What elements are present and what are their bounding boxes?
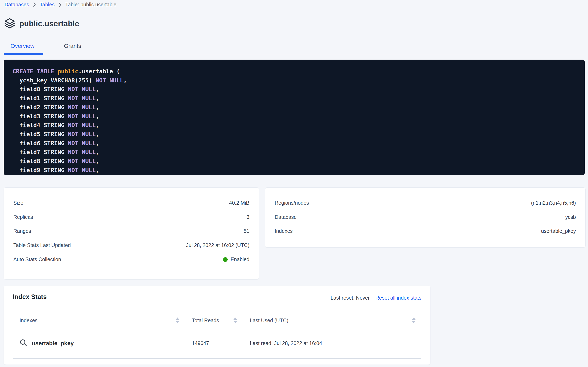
stat-row-size: Size 40.2 MiB [13, 196, 249, 210]
sort-carets-icon [233, 317, 237, 323]
stat-row-database: Database ycsb [275, 210, 576, 224]
stat-row-stats-updated: Table Stats Last Updated Jul 28, 2022 at… [13, 238, 249, 252]
column-label: Indexes [19, 317, 38, 324]
stack-icon [4, 18, 15, 30]
stat-value: 51 [244, 228, 249, 234]
stat-label: Regions/nodes [275, 200, 309, 206]
status-enabled-dot [223, 257, 228, 262]
reset-index-stats-link[interactable]: Reset all index stats [375, 295, 421, 301]
tab-overview-label: Overview [10, 43, 34, 49]
active-tab-underline [4, 53, 43, 55]
stat-label: Table Stats Last Updated [13, 242, 71, 248]
column-label: Last Used (UTC) [250, 317, 289, 324]
page-title: public.usertable [19, 18, 79, 29]
index-stats-title: Index Stats [13, 293, 47, 301]
index-stats-card: Index Stats Last reset: Never Reset all … [4, 286, 431, 365]
sql-line: field4 STRING NOT NULL, [13, 121, 585, 130]
sql-line: field7 STRING NOT NULL, [13, 148, 585, 157]
sql-line: field2 STRING NOT NULL, [13, 103, 585, 112]
stat-row-replicas: Replicas 3 [13, 210, 249, 224]
last-used-cell: Last read: Jul 28, 2022 at 16:04 [240, 340, 421, 346]
total-reads-cell: 149647 [185, 340, 240, 346]
stat-row-indexes: Indexes usertable_pkey [275, 224, 576, 238]
last-reset-label: Last reset: Never [331, 295, 370, 303]
sql-line: field6 STRING NOT NULL, [13, 139, 585, 148]
table-details-card: Size 40.2 MiB Replicas 3 Ranges 51 Table… [4, 187, 259, 279]
tab-grants[interactable]: Grants [57, 38, 88, 54]
chevron-right-icon [33, 2, 36, 7]
column-header-last-used[interactable]: Last Used (UTC) [240, 317, 421, 324]
stat-row-regions: Regions/nodes (n1,n2,n3,n4,n5,n6) [275, 196, 576, 210]
sql-line: field0 STRING NOT NULL, [13, 85, 585, 94]
index-name: usertable_pkey [32, 340, 74, 347]
sql-line: field5 STRING NOT NULL, [13, 130, 585, 139]
breadcrumb-link-databases[interactable]: Databases [5, 2, 29, 8]
table-location-card: Regions/nodes (n1,n2,n3,n4,n5,n6) Databa… [265, 187, 586, 248]
sql-line: field8 STRING NOT NULL, [13, 157, 585, 166]
stat-value: usertable_pkey [541, 228, 576, 234]
stat-row-auto-stats: Auto Stats Collection Enabled [13, 252, 249, 267]
stat-label: Ranges [13, 228, 31, 234]
stat-label: Auto Stats Collection [13, 257, 61, 262]
stat-label: Replicas [13, 214, 33, 220]
stat-label: Database [275, 214, 297, 220]
tab-overview[interactable]: Overview [4, 38, 41, 54]
index-name-cell[interactable]: usertable_pkey [13, 339, 185, 348]
stat-value: ycsb [565, 214, 576, 220]
breadcrumb: Databases Tables Table: public.usertable [5, 2, 116, 8]
sort-carets-icon [412, 317, 416, 323]
stat-value: 40.2 MiB [229, 200, 249, 206]
index-table-header: Indexes Total Reads Last Used (UTC) [13, 312, 421, 329]
stat-value: Enabled [223, 257, 249, 262]
sql-line: field9 STRING NOT NULL, [13, 166, 585, 175]
stat-value: 3 [247, 214, 249, 220]
sql-line: CREATE TABLE public.usertable ( [13, 67, 585, 76]
tab-bar: Overview Grants [4, 38, 585, 54]
stat-label: Indexes [275, 228, 293, 234]
magnifier-icon [19, 339, 27, 348]
sql-line: ycsb_key VARCHAR(255) NOT NULL, [13, 76, 585, 85]
column-header-indexes[interactable]: Indexes [13, 317, 185, 324]
chevron-right-icon [58, 2, 62, 7]
stat-value: (n1,n2,n3,n4,n5,n6) [531, 200, 576, 206]
status-text: Enabled [231, 257, 249, 262]
breadcrumb-current: Table: public.usertable [65, 2, 116, 8]
sql-line: field1 STRING NOT NULL, [13, 94, 585, 103]
sort-carets-icon [176, 317, 179, 323]
breadcrumb-link-tables[interactable]: Tables [40, 2, 55, 8]
index-stats-actions: Last reset: Never Reset all index stats [331, 295, 421, 303]
table-row: usertable_pkey 149647 Last read: Jul 28,… [13, 329, 421, 359]
sql-line: field3 STRING NOT NULL, [13, 112, 585, 121]
create-table-statement: CREATE TABLE public.usertable ( ycsb_key… [4, 60, 585, 175]
stat-value: Jul 28, 2022 at 16:02 (UTC) [186, 242, 250, 248]
stat-row-ranges: Ranges 51 [13, 224, 249, 238]
stat-label: Size [13, 200, 24, 206]
tab-grants-label: Grants [64, 43, 81, 49]
column-label: Total Reads [192, 317, 219, 324]
column-header-total-reads[interactable]: Total Reads [185, 317, 240, 324]
